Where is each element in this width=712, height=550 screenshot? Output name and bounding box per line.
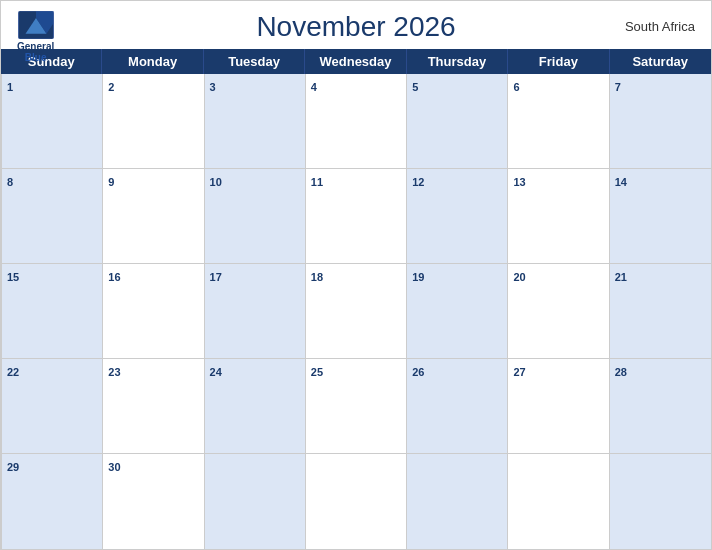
calendar-header: General Blue November 2026 South Africa: [1, 1, 711, 49]
day-cell: 12: [407, 169, 508, 264]
day-number: 1: [7, 81, 13, 93]
day-cell: [610, 454, 711, 549]
day-number: 20: [513, 271, 525, 283]
logo-blue: Blue: [25, 52, 47, 63]
day-cell: 5: [407, 74, 508, 169]
day-header-saturday: Saturday: [610, 49, 711, 74]
day-number: 4: [311, 81, 317, 93]
day-cell: 24: [205, 359, 306, 454]
day-header-wednesday: Wednesday: [305, 49, 406, 74]
day-number: 26: [412, 366, 424, 378]
day-number: 7: [615, 81, 621, 93]
logo-icon: [18, 11, 54, 39]
day-number: 23: [108, 366, 120, 378]
day-number: 11: [311, 176, 323, 188]
calendar-grid: 1234567891011121314151617181920212223242…: [1, 74, 711, 549]
day-cell: 19: [407, 264, 508, 359]
day-cell: 15: [2, 264, 103, 359]
day-cell: 25: [306, 359, 407, 454]
day-cell: [306, 454, 407, 549]
day-cell: 10: [205, 169, 306, 264]
day-number: 27: [513, 366, 525, 378]
day-cell: [205, 454, 306, 549]
day-cell: 8: [2, 169, 103, 264]
day-number: 29: [7, 461, 19, 473]
day-number: 14: [615, 176, 627, 188]
day-cell: 18: [306, 264, 407, 359]
day-cell: 9: [103, 169, 204, 264]
day-number: 16: [108, 271, 120, 283]
day-cell: 26: [407, 359, 508, 454]
day-cell: 23: [103, 359, 204, 454]
day-cell: 30: [103, 454, 204, 549]
day-header-thursday: Thursday: [407, 49, 508, 74]
day-cell: 22: [2, 359, 103, 454]
day-number: 12: [412, 176, 424, 188]
day-cell: 13: [508, 169, 609, 264]
day-number: 24: [210, 366, 222, 378]
day-cell: 3: [205, 74, 306, 169]
day-number: 10: [210, 176, 222, 188]
day-cell: 4: [306, 74, 407, 169]
day-cell: 28: [610, 359, 711, 454]
day-cell: [407, 454, 508, 549]
month-title: November 2026: [256, 11, 455, 43]
day-headers: Sunday Monday Tuesday Wednesday Thursday…: [1, 49, 711, 74]
day-cell: 21: [610, 264, 711, 359]
day-number: 22: [7, 366, 19, 378]
day-cell: 16: [103, 264, 204, 359]
day-number: 6: [513, 81, 519, 93]
day-number: 15: [7, 271, 19, 283]
day-number: 18: [311, 271, 323, 283]
day-header-tuesday: Tuesday: [204, 49, 305, 74]
day-number: 30: [108, 461, 120, 473]
country-label: South Africa: [625, 19, 695, 34]
logo-general: General: [17, 41, 54, 52]
day-cell: 2: [103, 74, 204, 169]
day-number: 8: [7, 176, 13, 188]
day-cell: 20: [508, 264, 609, 359]
day-cell: [508, 454, 609, 549]
day-cell: 17: [205, 264, 306, 359]
day-number: 17: [210, 271, 222, 283]
day-number: 13: [513, 176, 525, 188]
day-number: 5: [412, 81, 418, 93]
day-header-monday: Monday: [102, 49, 203, 74]
day-number: 25: [311, 366, 323, 378]
day-cell: 27: [508, 359, 609, 454]
day-cell: 29: [2, 454, 103, 549]
day-number: 19: [412, 271, 424, 283]
day-number: 9: [108, 176, 114, 188]
day-number: 28: [615, 366, 627, 378]
calendar: General Blue November 2026 South Africa …: [0, 0, 712, 550]
day-header-friday: Friday: [508, 49, 609, 74]
day-cell: 1: [2, 74, 103, 169]
day-cell: 7: [610, 74, 711, 169]
day-cell: 14: [610, 169, 711, 264]
day-number: 21: [615, 271, 627, 283]
day-cell: 6: [508, 74, 609, 169]
logo: General Blue: [17, 11, 54, 63]
day-cell: 11: [306, 169, 407, 264]
day-number: 2: [108, 81, 114, 93]
day-number: 3: [210, 81, 216, 93]
